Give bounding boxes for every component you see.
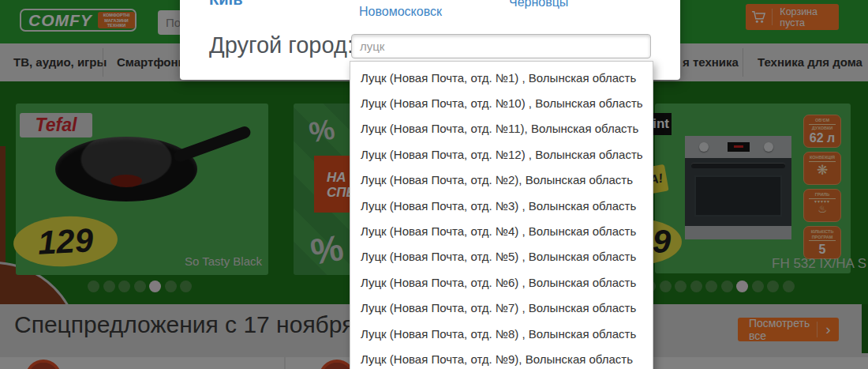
city-search-input[interactable]: луцк (351, 34, 651, 58)
suggestion-item[interactable]: Луцк (Новая Почта, отд. №1) , Волынская … (350, 65, 653, 90)
suggestion-item[interactable]: Луцк (Новая Почта, отд. №3) , Волынская … (350, 193, 653, 218)
city-link-novomoskovsk[interactable]: Новомосковск (359, 5, 442, 19)
city-link-chernovtsy[interactable]: Черновцы (509, 0, 568, 9)
suggestion-item[interactable]: Луцк (Новая Почта, отд. №5) , Волынская … (350, 244, 653, 269)
suggestion-item[interactable]: Луцк (Новая Почта, отд. №10) , Волынская… (350, 90, 653, 115)
suggestion-item[interactable]: Луцк (Новая Почта, отд. №4) , Волынская … (350, 218, 653, 243)
suggestion-item[interactable]: Луцк (Новая Почта, отд. №6) , Волынская … (350, 269, 653, 295)
page: COMFY КОМФОРТНІ МАГАЗИНИ ТЕХНІКИ По Корз… (0, 0, 868, 369)
city-suggestions: Луцк (Новая Почта, отд. №1) , Волынская … (350, 61, 653, 369)
suggestion-item[interactable]: Луцк (Новая Почта, отд. №11), Волынская … (350, 116, 653, 141)
suggestion-item[interactable]: Луцк (Новая Почта, отд. №2), Волынская о… (350, 168, 653, 193)
suggestion-item[interactable]: Луцк (Новая Почта, отд. №8) , Волынская … (350, 321, 653, 346)
suggestion-item[interactable]: Луцк (Новая Почта, отд. №12) , Волынская… (350, 141, 653, 167)
suggestion-item[interactable]: Луцк (Новая Почта, отд. №9), Волынская о… (350, 346, 653, 369)
suggestion-item[interactable]: Луцк (Новая Почта, отд. №7) , Волынская … (350, 296, 653, 321)
city-link-kyiv[interactable]: Київ (209, 0, 242, 9)
other-city-label: Другой город: (209, 32, 354, 58)
